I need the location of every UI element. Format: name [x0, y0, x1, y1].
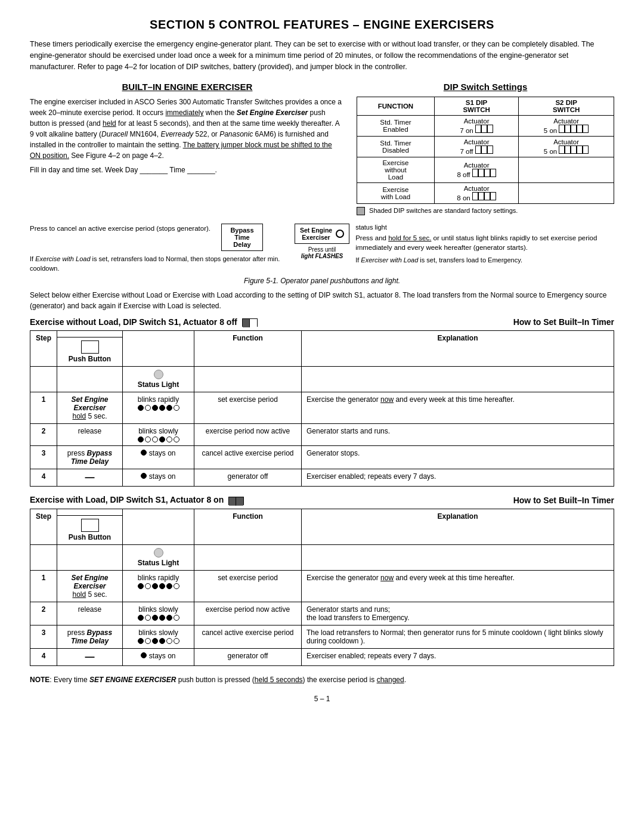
col-statuslight-wl-header	[123, 331, 194, 367]
step-2-light-wload: blinks slowly	[123, 602, 194, 625]
step-1-ex-wl: Exercise the generator now and every wee…	[302, 392, 614, 424]
pb-h	[57, 544, 123, 570]
step-2-btn-wload: release	[57, 602, 123, 625]
exercise-with-load-heading: Exercise with Load, DIP Switch S1, Actua…	[30, 495, 614, 504]
steps-table-without-load: Step Function Explanation Push Button St…	[30, 330, 614, 487]
exerciser-paragraph-1: The engine exerciser included in ASCO Se…	[30, 97, 345, 161]
step-4-fn-wload: generator off	[194, 648, 302, 665]
fn-h	[194, 544, 302, 570]
step-1-fn-wload: set exercise period	[194, 570, 302, 602]
bypass-label1: Bypass	[225, 227, 259, 234]
dip-row-2-s2: Actuator5 on	[519, 137, 614, 157]
exercise-without-load-heading: Exercise without Load, DIP Switch S1, Ac…	[30, 317, 614, 327]
bottom-note: NOTE: Every time SET ENGINE EXERCISER pu…	[30, 674, 614, 685]
step-2-ex-wl: Generator starts and runs.	[302, 424, 614, 446]
status-light-circle	[336, 230, 344, 238]
page-number: 5 – 1	[30, 695, 614, 703]
exerciser-load-transfer-text: If Exerciser with Load is set, transfers…	[355, 256, 614, 264]
step-2-num-wload: 2	[30, 602, 57, 625]
dip-table: FUNCTION S1 DIPSWITCH S2 DIPSWITCH Std. …	[357, 97, 614, 204]
step-4-ex-wload: Exerciser enabled; repeats every 7 days.	[302, 648, 614, 665]
figure-caption: Figure 5-1. Operator panel pushbuttons a…	[30, 277, 614, 285]
col-sl-wl2: Status Light	[123, 367, 194, 392]
ex-h	[302, 544, 614, 570]
col-pushbutton-wl-header	[57, 331, 123, 337]
dip-row-4: Exercisewith Load Actuator8 on	[357, 183, 614, 204]
dip-row-1-s1: Actuator7 on	[434, 116, 518, 137]
dip-col-s1: S1 DIPSWITCH	[434, 97, 518, 116]
dip-row-1-function: Std. TimerEnabled	[357, 116, 435, 137]
col-pb-wl2h: Push Button	[57, 515, 123, 544]
step-4-fn-wl: generator off	[194, 469, 302, 487]
press-until-label: Press untillight FLASHES	[301, 246, 343, 259]
exercise-without-load-title: Exercise without Load, DIP Switch S1, Ac…	[30, 317, 260, 327]
col-pb-header-wl2	[57, 509, 123, 515]
dip-col-s2: S2 DIPSWITCH	[519, 97, 614, 116]
col-sl-header-wl2	[123, 509, 194, 544]
step-2-light-wl: blinks slowly	[123, 424, 194, 446]
step-1-btn-wl: Set EngineExerciser hold 5 sec.	[57, 392, 123, 424]
table-row: 1 Set EngineExerciser hold 5 sec. blinks…	[30, 392, 614, 424]
step-1-fn-wl: set exercise period	[194, 392, 302, 424]
step-2-fn-wl: exercise period now active	[194, 424, 302, 446]
exercise-with-load-title: Exercise with Load, DIP Switch S1, Actua…	[30, 495, 246, 504]
step-3-fn-wload: cancel active exercise period	[194, 625, 302, 648]
select-paragraph: Select below either Exercise without Loa…	[30, 290, 614, 311]
dip-row-4-s2	[519, 183, 614, 204]
dip-row-3-function: ExercisewithoutLoad	[357, 157, 435, 183]
step-3-light-wl: stays on	[123, 446, 194, 469]
op-panel-middle: Set Engine Exerciser Press untillight FL…	[295, 224, 349, 259]
step-3-ex-wl: Generator stops.	[302, 446, 614, 469]
how-to-with-load: How to Set Built–In Timer	[513, 496, 614, 505]
operator-panel-section: Press to cancel an active exercise perio…	[30, 224, 614, 273]
status-light-label: status light	[355, 224, 614, 231]
table-row: 3 press BypassTime Delay stays on cancel…	[30, 446, 614, 469]
set-engine-label1: Set Engine	[300, 227, 332, 234]
dip-heading: DIP Switch Settings	[357, 82, 614, 92]
step-4-light-wl: stays on	[123, 469, 194, 487]
table-row: 1 Set EngineExerciser hold 5 sec. blinks…	[30, 570, 614, 602]
dip-row-1-s2: Actuator5 on	[519, 116, 614, 137]
col-step-wl2: Step	[30, 509, 57, 544]
step-1-num-wl: 1	[30, 392, 57, 424]
step-3-light-wload: blinks slowly	[123, 625, 194, 648]
table-row: 2 release blinks slowly exercise period …	[30, 424, 614, 446]
intro-paragraph: These timers periodically exercise the e…	[30, 39, 614, 72]
step-3-fn-wl: cancel active exercise period	[194, 446, 302, 469]
col-explanation-wl: Explanation	[302, 331, 614, 367]
dip-row-4-function: Exercisewith Load	[357, 183, 435, 204]
step-3-btn-wl: press BypassTime Delay	[57, 446, 123, 469]
col-pb-wl2	[57, 367, 123, 392]
step-4-btn-wl: —	[57, 469, 123, 487]
table-row: 2 release blinks slowly exercise period …	[30, 602, 614, 625]
step-2-btn-wl: release	[57, 424, 123, 446]
press-hold-text: Press and hold for 5 sec. or until statu…	[355, 233, 614, 252]
op-panel-left: Press to cancel an active exercise perio…	[30, 224, 289, 273]
step-3-ex-wload: The load retransfers to Normal; then gen…	[302, 625, 614, 648]
steps-table-with-load: Step Function Explanation Push Button St…	[30, 509, 614, 666]
step-3-num-wl: 3	[30, 446, 57, 469]
step-2-num-wl: 2	[30, 424, 57, 446]
bypass-time-delay-button[interactable]: Bypass Time Delay	[221, 224, 263, 251]
dip-row-2-s1: Actuator7 off	[434, 137, 518, 157]
exercise-load-retransfer-text: If Exercise with Load is set, retransfer…	[30, 255, 289, 273]
col-fn-wl2	[194, 367, 302, 392]
step-1-btn-wload: Set EngineExerciser hold 5 sec.	[57, 570, 123, 602]
set-engine-exerciser-button[interactable]: Set Engine Exerciser	[295, 224, 349, 244]
step-2-fn-wload: exercise period now active	[194, 602, 302, 625]
dip-row-2-function: Std. TimerDisabled	[357, 137, 435, 157]
step-1-light-wl: blinks rapidly	[123, 392, 194, 424]
how-to-without-load: How to Set Built–In Timer	[513, 317, 614, 327]
step-4-num-wload: 4	[30, 648, 57, 665]
col-function-wl: Function	[194, 331, 302, 367]
col-ex-wl2	[302, 367, 614, 392]
table-row: 4 — stays on generator off Exerciser ena…	[30, 469, 614, 487]
step-3-num-wload: 3	[30, 625, 57, 648]
step-4-light-wload: stays on	[123, 648, 194, 665]
table-row: 4 — stays on generator off Exerciser ena…	[30, 648, 614, 665]
dip-row-2: Std. TimerDisabled Actuator7 off Actuato…	[357, 137, 614, 157]
step-3-btn-wload: press BypassTime Delay	[57, 625, 123, 648]
dip-row-3-s2	[519, 157, 614, 183]
col-ex-wl2h: Explanation	[302, 509, 614, 544]
step-4-btn-wload: —	[57, 648, 123, 665]
